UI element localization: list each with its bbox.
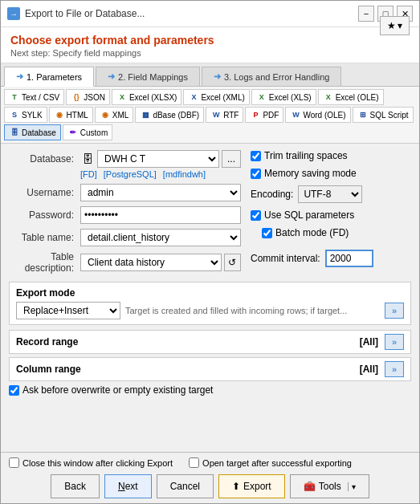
trim-spaces-row: Trim trailing spaces [251, 150, 411, 161]
next-label: Next [118, 481, 138, 492]
export-button[interactable]: ⬆ Export [218, 474, 285, 498]
ask-overwrite-checkbox[interactable] [9, 385, 19, 396]
format-sylk[interactable]: S SYLK [4, 107, 47, 123]
format-word-ole[interactable]: W Word (OLE) [285, 107, 350, 123]
open-target-checkbox[interactable] [189, 457, 199, 468]
back-button[interactable]: Back [51, 474, 100, 498]
trim-spaces-label: Trim trailing spaces [264, 150, 348, 161]
tabs-row: ➜ 1. Parameters ➜ 2. Field Mappings ➜ 3.… [1, 63, 419, 87]
column-range-nav-button[interactable]: » [385, 361, 404, 377]
record-range-arrow-icon: » [392, 337, 397, 347]
format-excel-xls[interactable]: X Excel (XLS) [251, 89, 316, 105]
database-select[interactable]: DWH C T [97, 150, 219, 168]
options-row: Close this window after clicking Export … [9, 457, 411, 468]
password-label: Password: [9, 209, 77, 221]
table-desc-select[interactable]: Client data history [80, 254, 222, 271]
header-title: Choose export format and parameters [10, 34, 214, 47]
column-range-arrow-icon: » [392, 364, 397, 374]
commit-interval-row: Commit interval: [251, 250, 411, 267]
cancel-button[interactable]: Cancel [157, 474, 214, 498]
format-pdf[interactable]: P PDF [245, 107, 283, 123]
open-target-option: Open target after successful exporting [189, 457, 352, 468]
table-name-control: detail.client_history [80, 229, 241, 246]
commit-interval-input[interactable] [325, 250, 373, 267]
rtf-label: RTF [223, 111, 239, 120]
main-window: → Export to File or Database... − □ ✕ Ch… [0, 0, 420, 504]
username-control: admin [80, 184, 241, 201]
minimize-button[interactable]: − [358, 6, 374, 22]
format-rtf[interactable]: W RTF [206, 107, 243, 123]
column-range-label: Column range [16, 364, 360, 375]
export-mode-nav-button[interactable]: » [385, 303, 404, 319]
button-row: Back Next Cancel ⬆ Export 🧰 Tools ▾ [9, 474, 411, 498]
mdfindwh-label[interactable]: [mdfindwh] [163, 169, 206, 179]
format-dbase-dbf[interactable]: ▦ dBase (DBF) [135, 107, 204, 123]
table-desc-refresh-button[interactable]: ↺ [224, 254, 241, 271]
column-range-row: Column range [All] » [9, 357, 411, 381]
batch-mode-checkbox[interactable] [262, 228, 272, 238]
table-name-select[interactable]: detail.client_history [80, 229, 241, 246]
record-range-value: [All] [360, 336, 378, 348]
bottom-bar: Close this window after clicking Export … [1, 452, 419, 503]
format-excel-ole[interactable]: X Excel (OLE) [318, 89, 384, 105]
tab-arrow-logs: ➜ [214, 71, 221, 82]
tab-mappings-label: 2. Field Mappings [118, 72, 188, 82]
record-range-nav-button[interactable]: » [385, 334, 404, 350]
tools-button[interactable]: 🧰 Tools ▾ [290, 474, 369, 498]
format-xml[interactable]: ◉ XML [95, 107, 134, 123]
content-area: Database: 🗄 DWH C T ... [FD] [PostgreSQL… [1, 144, 419, 452]
encoding-select[interactable]: UTF-8 [298, 185, 362, 203]
format-excel-xml[interactable]: X Excel (XML) [183, 89, 249, 105]
database-more-button[interactable]: ... [222, 150, 241, 168]
batch-mode-row: Batch mode (FD) [262, 227, 411, 238]
format-text-csv[interactable]: T Text / CSV [4, 89, 64, 105]
tab-parameters[interactable]: ➜ 1. Parameters [4, 67, 94, 87]
database-icon: 🗄 [9, 127, 20, 138]
fd-label[interactable]: [FD] [80, 169, 97, 179]
close-after-export-checkbox[interactable] [9, 457, 19, 468]
table-desc-row: Table description: Client data history ↺ [9, 251, 241, 274]
next-button[interactable]: Next [104, 474, 152, 498]
dbase-icon: ▦ [140, 109, 151, 120]
close-after-export-option: Close this window after clicking Export [9, 457, 173, 468]
tab-field-mappings[interactable]: ➜ 2. Field Mappings [96, 67, 200, 86]
star-button[interactable]: ★ ▾ [380, 16, 410, 35]
xml-icon: ◉ [100, 109, 111, 120]
db-cylinder-icon: 🗄 [80, 152, 95, 166]
open-target-label: Open target after successful exporting [202, 458, 352, 468]
word-ole-icon: W [290, 109, 301, 120]
tab-logs[interactable]: ➜ 3. Logs and Error Handling [202, 67, 341, 86]
password-input[interactable] [80, 206, 241, 224]
memory-saving-checkbox[interactable] [251, 169, 261, 179]
record-range-label: Record range [16, 336, 360, 348]
use-sql-checkbox[interactable] [251, 210, 261, 221]
postgresql-label[interactable]: [PostgreSQL] [104, 169, 157, 179]
window-icon: → [7, 7, 20, 20]
trim-spaces-checkbox[interactable] [251, 151, 261, 161]
export-mode-select[interactable]: Replace+Insert [16, 302, 120, 319]
ask-overwrite-row: Ask before overwrite or empty existing t… [9, 384, 411, 396]
format-json[interactable]: {} JSON [66, 89, 110, 105]
excel-xlsx-icon: X [116, 91, 128, 103]
text-csv-label: Text / CSV [22, 93, 59, 102]
word-ole-label: Word (OLE) [303, 111, 345, 120]
back-label: Back [64, 481, 86, 492]
format-sql-script[interactable]: ⊞ SQL Script [353, 107, 414, 123]
tab-logs-label: 3. Logs and Error Handling [224, 72, 329, 82]
header-section: Choose export format and parameters Next… [1, 27, 419, 63]
form-grid: Database: 🗄 DWH C T ... [FD] [PostgreSQL… [9, 150, 411, 278]
use-sql-row: Use SQL parameters [251, 209, 411, 221]
double-arrow-icon: » [392, 306, 397, 315]
export-label: Export [243, 481, 271, 492]
export-icon-btn: ⬆ [232, 481, 240, 492]
sql-label: SQL Script [370, 111, 409, 120]
tab-arrow-mappings: ➜ [108, 71, 115, 82]
close-after-export-label: Close this window after clicking Export [22, 458, 173, 468]
username-select[interactable]: admin [80, 184, 241, 201]
format-database[interactable]: 🗄 Database [4, 124, 61, 140]
username-row: Username: admin [9, 184, 241, 201]
format-excel-xlsx[interactable]: X Excel (XLSX) [112, 89, 181, 105]
format-html[interactable]: ◉ HTML [49, 107, 93, 123]
format-custom[interactable]: ✏ Custom [63, 124, 112, 140]
json-label: JSON [84, 93, 105, 102]
